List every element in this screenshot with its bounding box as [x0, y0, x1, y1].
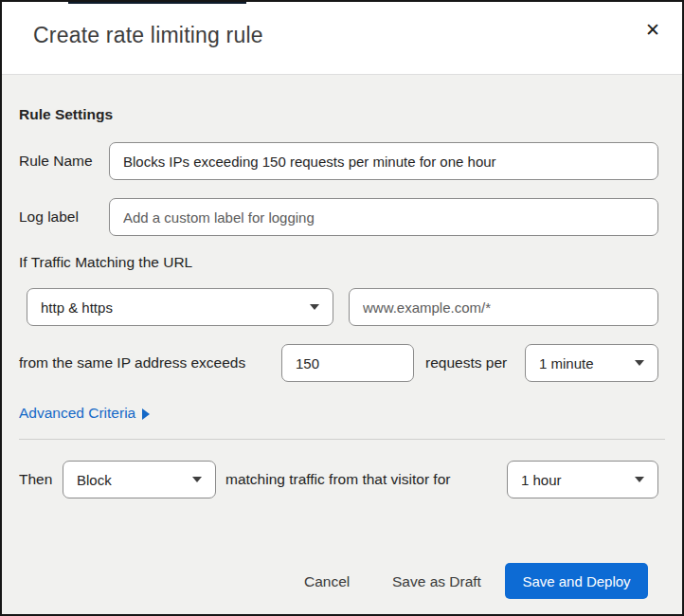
action-prefix-text: Then — [19, 471, 52, 488]
action-select-value: Block — [77, 472, 112, 488]
period-select-value: 1 minute — [539, 355, 594, 371]
create-rate-limiting-rule-dialog: Create rate limiting rule ✕ Rule Setting… — [0, 0, 684, 616]
duration-select-value: 1 hour — [521, 472, 562, 488]
threshold-prefix-text: from the same IP address exceeds — [19, 354, 245, 371]
expand-arrow-icon — [142, 408, 150, 420]
cancel-button[interactable]: Cancel — [300, 568, 353, 596]
scheme-select-value: http & https — [41, 299, 113, 316]
chevron-down-icon — [192, 477, 202, 482]
page-edge-strip — [68, 2, 246, 4]
action-select[interactable]: Block — [63, 461, 216, 498]
advanced-criteria-link[interactable]: Advanced Criteria — [19, 405, 150, 422]
close-icon: ✕ — [645, 21, 660, 39]
advanced-criteria-label: Advanced Criteria — [19, 405, 135, 422]
rule-name-input[interactable] — [109, 142, 658, 180]
rule-name-label: Rule Name — [19, 153, 93, 170]
traffic-match-heading: If Traffic Matching the URL — [19, 254, 192, 271]
chevron-down-icon — [635, 477, 644, 482]
requests-threshold-input[interactable] — [281, 344, 414, 382]
save-as-draft-button[interactable]: Save as Draft — [388, 568, 485, 596]
log-label-label: Log label — [19, 208, 79, 226]
threshold-suffix-text: requests per — [425, 354, 507, 371]
dialog-header: Create rate limiting rule ✕ — [2, 2, 682, 75]
url-pattern-input[interactable] — [349, 288, 658, 326]
save-and-deploy-button[interactable]: Save and Deploy — [505, 563, 648, 599]
dialog-title: Create rate limiting rule — [33, 23, 263, 48]
chevron-down-icon — [310, 304, 319, 310]
rule-settings-heading: Rule Settings — [19, 106, 113, 123]
chevron-down-icon — [635, 360, 644, 366]
action-middle-text: matching traffic from that visitor for — [225, 471, 450, 488]
log-label-input[interactable] — [109, 198, 658, 236]
section-divider — [19, 439, 665, 440]
period-select[interactable]: 1 minute — [525, 344, 658, 382]
scheme-select[interactable]: http & https — [27, 288, 333, 326]
close-button[interactable]: ✕ — [637, 13, 669, 45]
duration-select[interactable]: 1 hour — [507, 461, 658, 498]
